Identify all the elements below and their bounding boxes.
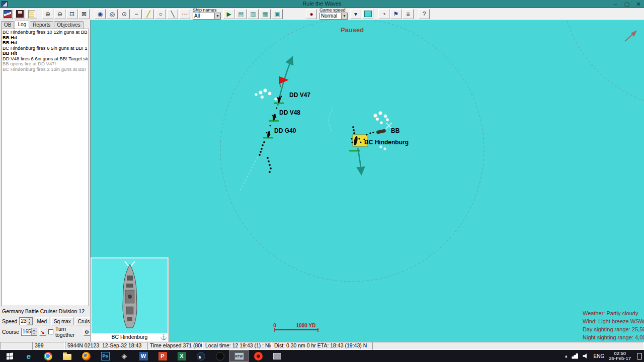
tactical-map[interactable]: DD V47 DD V48 DD G40 BB BC Hindenburg Pa… (91, 20, 644, 342)
taskbar-opera[interactable] (249, 350, 268, 362)
ship-names-select[interactable]: All ▾ (193, 13, 221, 20)
sq-max-button[interactable]: Sq max (51, 317, 73, 325)
map-mode-button[interactable] (362, 9, 373, 19)
save-button[interactable] (14, 9, 25, 19)
smoke-dot (358, 138, 360, 139)
med-speed-button[interactable]: Med (35, 317, 49, 325)
range-rings-button[interactable]: ◎ (107, 9, 118, 19)
zoom-full-button[interactable]: ⊠ (78, 9, 90, 19)
window-menu-icon[interactable] (2, 1, 8, 7)
rudder-button[interactable]: ↘ (39, 328, 46, 336)
zoom-in-button[interactable]: ⊕ (42, 9, 53, 19)
language-indicator[interactable]: ENG (593, 353, 604, 359)
spin-up-icon[interactable]: ▲ (27, 318, 32, 321)
game-speed-select[interactable]: Normal ▾ (319, 13, 348, 20)
clock-button[interactable]: ◔ (378, 9, 389, 19)
chevron-down-icon[interactable]: ▾ (341, 13, 347, 19)
taskbar-firefox[interactable] (76, 350, 96, 362)
globe-button[interactable]: ◉ (95, 9, 106, 19)
anchor-icon[interactable]: ⚓ (160, 334, 167, 340)
speed-stepper[interactable]: 23 ▲ ▼ (19, 317, 32, 325)
log-entry: BB Hit (3, 40, 88, 46)
spin-down-icon[interactable]: ▼ (32, 332, 37, 335)
scales-icon: ≡ (406, 11, 410, 17)
signal-flag-button[interactable]: ⚑ (390, 9, 401, 19)
help-button[interactable]: ? (419, 9, 430, 19)
speed-value[interactable]: 23 (20, 318, 26, 325)
close-button[interactable]: ✕ (635, 1, 642, 8)
minimize-button[interactable]: – (612, 1, 619, 8)
log-file-button[interactable] (26, 9, 37, 19)
powerpoint-icon: P (158, 352, 167, 360)
waypoint-flag-icon[interactable] (279, 76, 289, 87)
app-button[interactable] (2, 9, 13, 19)
course-stepper[interactable]: 165 ▲ ▼ (21, 328, 37, 336)
speed-indicator-button[interactable]: ● (306, 9, 317, 19)
weather-line: Wind: Light breeze WSW (583, 317, 644, 325)
formation-grid-button[interactable]: ▦ (260, 9, 271, 19)
volume-icon[interactable] (583, 353, 589, 359)
taskbar-internet-explorer[interactable]: e (19, 350, 38, 362)
tray-clock[interactable]: 02:50 26-Feb-17 (609, 351, 631, 361)
contacts-button[interactable]: ⊙ (119, 9, 130, 19)
zoom-window-button[interactable]: ⊡ (66, 9, 77, 19)
window-icon (273, 353, 281, 359)
tab-reports[interactable]: Reports (30, 21, 53, 29)
funnel (128, 295, 132, 299)
taskbar-powerpoint[interactable]: P (153, 350, 172, 362)
notification-center-icon[interactable] (637, 353, 642, 359)
taskbar-rule-the-waves[interactable]: RTW (229, 350, 249, 362)
ship-label-dd-v47: DD V47 (289, 92, 310, 99)
dotted-line-button[interactable]: ⋯ (179, 9, 190, 19)
speed-row: Speed 23 ▲ ▼ Med Sq max Cruise (0, 317, 91, 326)
bearing-line-icon: ╲ (171, 11, 174, 17)
turn-arc-line (329, 109, 333, 132)
turret (127, 317, 132, 321)
scales-button[interactable]: ≡ (403, 9, 414, 19)
formation-line-abreast-button[interactable]: ▥ (248, 9, 259, 19)
log-entry: BB Hit (3, 51, 88, 56)
smoke-dots-german (259, 96, 282, 173)
turn-together-checkbox[interactable] (48, 329, 53, 334)
network-icon[interactable] (572, 353, 578, 359)
weather-line: Day sighting range: 25,500 yds (583, 325, 644, 333)
save-icon (16, 10, 24, 18)
globe-icon: ◉ (98, 11, 103, 17)
turret (126, 284, 133, 288)
speed-step-button[interactable]: ▾ (350, 9, 361, 19)
dash-tool-button[interactable]: − (131, 9, 142, 19)
play-button[interactable]: ▶ (223, 9, 234, 19)
weather-line: Weather: Partly cloudy (583, 309, 644, 317)
zoom-out-button[interactable]: ⊖ (54, 9, 65, 19)
tab-log[interactable]: Log (15, 21, 29, 29)
flag-icon: ⚑ (393, 11, 399, 17)
tab-ob[interactable]: OB (1, 21, 14, 29)
ship-label-dd-v48: DD V48 (279, 109, 300, 116)
circle-tool-button[interactable]: ○ (155, 9, 166, 19)
formation-box-button[interactable]: ▣ (272, 9, 283, 19)
ship-marker-bb[interactable] (376, 129, 386, 134)
formation-line-ahead-button[interactable]: ▤ (235, 9, 247, 19)
tab-objectives[interactable]: Objectives (54, 21, 84, 29)
taskbar-media-app[interactable] (210, 350, 229, 362)
bearing-line-button[interactable]: ╲ (167, 9, 178, 19)
status-cell-spacer (372, 342, 644, 350)
taskbar-chrome[interactable] (38, 350, 57, 362)
taskbar-inkscape[interactable]: ◈ (115, 350, 134, 362)
spin-up-icon[interactable]: ▲ (32, 328, 37, 332)
chevron-down-icon[interactable]: ▾ (214, 13, 220, 19)
taskbar-file-explorer[interactable] (57, 350, 76, 362)
taskbar-steam[interactable] (191, 350, 210, 362)
start-button[interactable] (0, 350, 19, 362)
course-line-button[interactable]: ╱ (143, 9, 154, 19)
taskbar-excel[interactable]: X (172, 350, 191, 362)
taskbar-app[interactable] (268, 350, 287, 362)
tray-expand-icon[interactable]: ▴ (565, 353, 568, 358)
maximize-button[interactable]: ▢ (623, 1, 630, 8)
windows-taskbar: e Ps ◈ W P X RTW ▴ ENG 02:50 26-Feb-17 (0, 350, 644, 362)
division-settings-button[interactable]: ⚙ (84, 328, 91, 336)
spin-down-icon[interactable]: ▼ (27, 321, 32, 325)
course-value[interactable]: 165 (22, 328, 31, 335)
taskbar-photoshop[interactable]: Ps (96, 350, 115, 362)
taskbar-word[interactable]: W (134, 350, 153, 362)
